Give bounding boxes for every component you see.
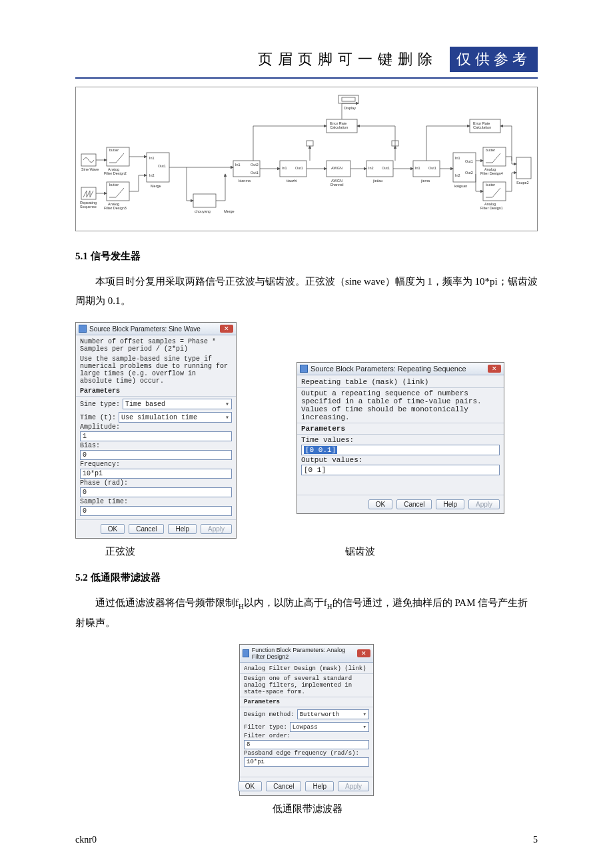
svg-text:chouyang: chouyang [195,209,211,213]
sine-wave-dialog: Source Block Parameters: Sine Wave ✕ Num… [75,322,237,539]
sampletime-input[interactable]: 0 [80,506,232,516]
svg-text:butter: butter [109,148,119,152]
sine-type-label: Sine type: [80,401,120,408]
output-values-label: Output values: [301,456,500,464]
apply-button[interactable]: Apply [201,524,232,534]
close-icon[interactable]: ✕ [488,365,501,373]
sine-type-select[interactable]: Time based▾ [123,399,232,409]
help-button[interactable]: Help [436,499,464,509]
parameters-label: Parameters [244,699,369,705]
phase-input[interactable]: 0 [80,487,232,497]
svg-rect-1 [342,97,355,101]
svg-text:butter: butter [109,183,119,187]
sine-warning-note: Use the sample-based sine type if numeri… [80,355,232,385]
amplitude-input[interactable]: 1 [80,431,232,441]
sine-offset-note: Number of offset samples = Phase * Sampl… [80,338,232,353]
ok-button[interactable]: OK [101,524,125,534]
rep-mask-label: Repeating table (mask) (link) [301,378,500,386]
filter-type-select[interactable]: Lowpass▾ [290,722,369,732]
header-title: 页眉页脚可一键删除 [258,49,438,69]
svg-text:bianma: bianma [239,179,251,183]
svg-text:In1: In1 [415,166,420,170]
chevron-down-icon: ▾ [225,400,229,408]
filter-order-input[interactable]: 8 [244,740,369,749]
svg-text:Calculation: Calculation [473,125,491,129]
svg-text:Merge: Merge [224,209,235,213]
bias-label: Bias: [80,442,232,449]
filter-type-label: Filter type: [244,724,287,731]
sampletime-label: Sample time: [80,498,232,505]
svg-text:Filter Design4: Filter Design4 [480,171,503,175]
chevron-down-icon: ▾ [363,711,366,718]
cancel-button[interactable]: Cancel [396,499,432,509]
rep-dialog-title: Source Block Parameters: Repeating Seque… [310,365,466,373]
svg-text:butter: butter [486,148,495,152]
footer-page-number: 5 [533,835,538,845]
time-label: Time (t): [80,414,116,421]
frequency-input[interactable]: 10*pi [80,469,232,479]
svg-text:Out1: Out1 [382,166,390,170]
svg-text:In2: In2 [149,173,155,177]
svg-text:In2: In2 [455,173,460,177]
svg-rect-39 [306,141,313,146]
svg-text:Merge: Merge [151,184,161,188]
page-header: 页眉页脚可一键删除 仅供参考 [75,47,538,79]
svg-text:kaiguan: kaiguan [454,184,467,188]
page-footer: cknr0 5 [75,835,538,845]
output-values-input[interactable]: [0 1] [301,465,500,475]
svg-text:In1: In1 [282,166,287,170]
ok-button[interactable]: OK [238,781,262,791]
footer-left: cknr0 [75,835,97,845]
svg-text:Filter Design2: Filter Design2 [104,171,127,175]
rep-description: Output a repeating sequence of numbers s… [301,389,500,421]
cancel-button[interactable]: Cancel [266,781,301,791]
chevron-down-icon: ▾ [225,413,229,421]
section-5-1-title: 5.1 信号发生器 [75,250,538,263]
phase-label: Phase (rad): [80,479,232,487]
passband-input[interactable]: 10*pi [244,757,369,767]
svg-text:In1: In1 [235,163,241,167]
ok-button[interactable]: OK [368,499,392,509]
close-icon[interactable]: ✕ [220,325,233,333]
close-icon[interactable]: ✕ [357,649,370,657]
time-values-input[interactable]: [0 0.1] [301,445,500,455]
svg-rect-67 [516,157,531,179]
svg-text:Out1: Out1 [251,171,259,175]
time-select[interactable]: Use simulation time▾ [119,412,232,423]
passband-label: Passband edge frequency (rad/s): [244,750,369,757]
svg-text:butter: butter [486,183,495,187]
bias-input[interactable]: 0 [80,450,232,460]
caption-filter: 低通限带滤波器 [273,803,342,815]
sine-dialog-title: Source Block Parameters: Sine Wave [89,325,201,333]
filter-order-label: Filter order: [244,733,369,739]
svg-text:tiaozhi: tiaozhi [287,179,297,183]
cancel-button[interactable]: Cancel [129,524,164,534]
parameters-label: Parameters [80,387,232,395]
svg-text:jietiao: jietiao [372,179,382,183]
svg-text:Filter Design3: Filter Design3 [104,206,127,210]
svg-text:Out2: Out2 [465,171,473,175]
analog-filter-dialog: Function Block Parameters: Analog Filter… [239,644,374,796]
design-method-select[interactable]: Butterworth▾ [297,709,369,719]
help-button[interactable]: Help [305,781,334,791]
frequency-label: Frequency: [80,461,232,468]
svg-text:In1: In1 [149,156,155,160]
window-icon [243,649,249,657]
svg-text:Calculation: Calculation [330,125,348,129]
chevron-down-icon: ▾ [363,723,366,731]
parameters-label: Parameters [301,425,500,433]
filter-dialog-titlebar: Function Block Parameters: Analog Filter… [240,645,373,663]
repeating-sequence-dialog: Source Block Parameters: Repeating Seque… [297,362,504,514]
svg-text:Scope2: Scope2 [516,181,529,185]
apply-button[interactable]: Apply [468,499,500,509]
svg-text:Out2: Out2 [251,163,259,167]
apply-button[interactable]: Apply [338,781,369,791]
help-button[interactable]: Help [168,524,197,534]
amplitude-label: Amplitude: [80,423,232,431]
filter-mask-label: Analog Filter Design (mask) (link) [244,665,369,672]
svg-text:Out1: Out1 [158,164,166,168]
svg-text:Sequence: Sequence [80,205,97,209]
svg-text:jiema: jiema [420,179,430,183]
time-values-label: Time values: [301,436,500,444]
svg-text:Display: Display [344,106,356,110]
